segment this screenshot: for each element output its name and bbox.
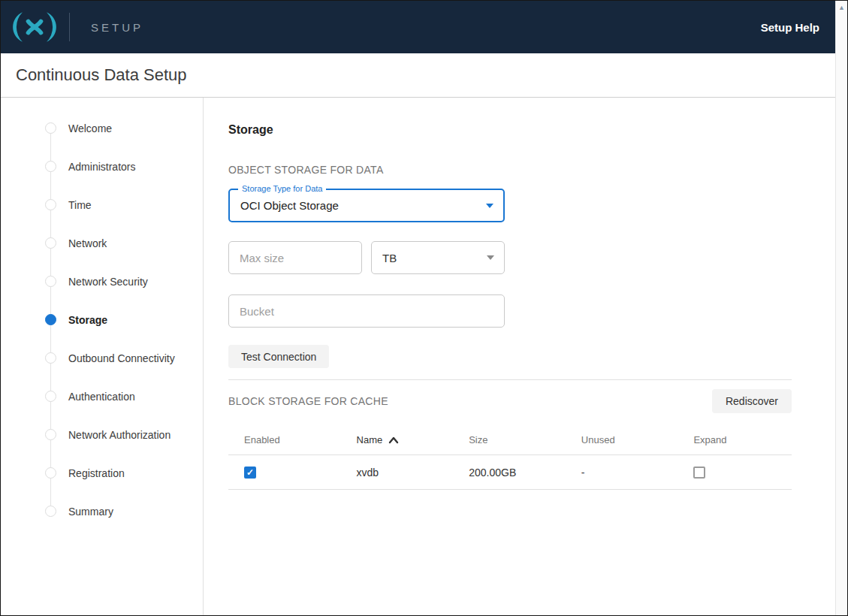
step-circle-icon [45,391,56,402]
rediscover-button[interactable]: Rediscover [712,389,792,413]
storage-type-label: Storage Type for Data [238,184,326,193]
step-circle-icon [45,352,56,364]
step-administrators[interactable]: Administrators [1,147,203,186]
column-enabled: Enabled [228,424,341,455]
column-expand: Expand [677,424,792,455]
step-network-authorization[interactable]: Network Authorization [1,415,203,454]
device-unused-cell: - [566,455,678,490]
size-unit-value: TB [382,252,397,264]
storage-type-select[interactable]: Storage Type for Data OCI Object Storage [228,189,505,222]
step-circle-icon [45,467,56,479]
vertical-scrollbar[interactable]: ▲ [835,1,847,615]
step-circle-icon [45,237,56,249]
step-outbound-connectivity[interactable]: Outbound Connectivity [1,339,203,377]
test-connection-button[interactable]: Test Connection [228,345,329,368]
step-summary[interactable]: Summary [1,492,203,530]
device-name-cell: xvdb [341,455,454,490]
max-size-input[interactable] [228,241,362,274]
step-circle-icon [45,276,56,287]
delphix-logo-icon [10,10,59,44]
step-storage[interactable]: Storage [1,300,203,339]
setup-stepper-sidebar: Welcome Administrators Time Network Netw… [1,98,204,615]
expand-checkbox[interactable] [693,467,705,479]
chevron-down-icon [487,255,494,260]
step-circle-icon [45,506,56,517]
section-divider [228,379,792,380]
step-authentication[interactable]: Authentication [1,377,203,415]
block-storage-section-title: BLOCK STORAGE FOR CACHE [228,395,388,407]
object-storage-section-title: OBJECT STORAGE FOR DATA [228,164,792,176]
enabled-checkbox[interactable] [244,467,256,479]
step-time[interactable]: Time [1,186,203,224]
step-circle-icon [45,161,56,172]
table-header-row: Enabled Name Size Unused Expand [228,424,792,455]
setup-help-link[interactable]: Setup Help [761,21,819,34]
sort-ascending-icon [388,436,399,445]
column-unused: Unused [566,424,678,455]
step-circle-icon [45,429,56,440]
column-name-sortable[interactable]: Name [341,424,454,455]
block-storage-table: Enabled Name Size Unused Expand [228,424,792,490]
bucket-input[interactable] [228,294,505,328]
step-network-security[interactable]: Network Security [1,262,203,300]
step-registration[interactable]: Registration [1,454,203,492]
table-row: xvdb 200.00GB - [228,455,792,490]
column-size: Size [453,424,566,455]
scroll-up-arrow-icon[interactable]: ▲ [836,1,847,11]
page-title-bar: Continuous Data Setup [1,53,837,98]
setup-window: ▲ SETUP Setup Help Continuous Data Setup [0,0,848,616]
storage-type-value: OCI Object Storage [240,199,339,212]
header-divider [69,13,70,41]
chevron-down-icon [486,204,493,208]
product-name: SETUP [91,21,143,34]
storage-heading: Storage [228,123,792,137]
page-title: Continuous Data Setup [16,65,187,85]
app-header: SETUP Setup Help [1,1,837,53]
step-circle-active-icon [45,314,56,325]
device-size-cell: 200.00GB [453,455,566,490]
step-network[interactable]: Network [1,224,203,262]
step-welcome[interactable]: Welcome [1,109,203,147]
step-circle-icon [45,122,56,134]
size-unit-select[interactable]: TB [371,241,505,274]
step-circle-icon [45,199,56,210]
